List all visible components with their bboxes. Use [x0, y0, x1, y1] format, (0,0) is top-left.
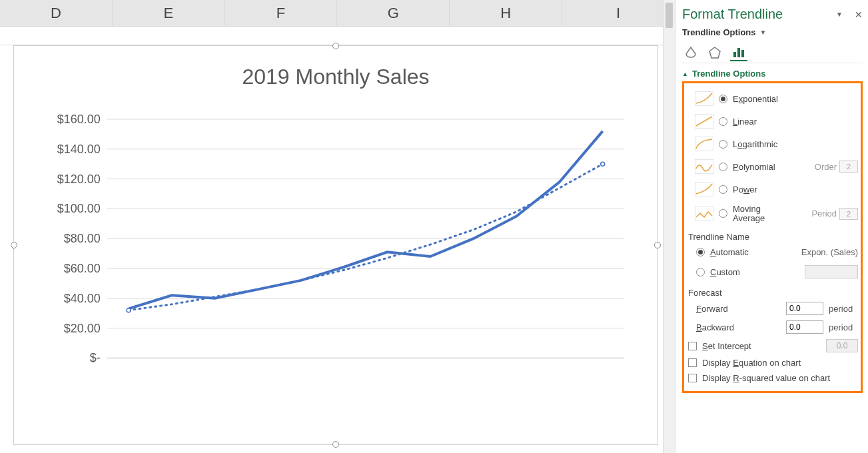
backward-unit: period [829, 322, 858, 332]
svg-text:$120.00: $120.00 [57, 173, 101, 186]
trendline-options-dropdown[interactable]: Trendline Options ▼ [682, 26, 863, 41]
svg-point-20 [601, 162, 605, 166]
trendline-type-moving-average[interactable]: Moving Average Period 2 [695, 201, 858, 226]
label-moving-average: Moving Average [733, 205, 765, 223]
svg-point-19 [127, 308, 131, 312]
label-polynomial: Polynomial [733, 162, 775, 172]
radio-power[interactable] [719, 185, 727, 194]
name-custom-row[interactable]: Custom [687, 261, 858, 282]
svg-text:$-: $- [90, 351, 101, 364]
trendline-type-power[interactable]: Power [695, 178, 858, 201]
radio-linear[interactable] [719, 117, 727, 126]
label-power: Power [733, 185, 757, 195]
checkbox-set-intercept[interactable] [688, 342, 697, 350]
backward-input[interactable] [786, 320, 823, 334]
pane-options-menu-icon[interactable]: ▼ [836, 11, 843, 18]
svg-text:$80.00: $80.00 [64, 232, 101, 245]
resize-handle-w[interactable] [11, 242, 17, 248]
period-label: Period [811, 209, 837, 219]
pane-title: Format Trendline [682, 7, 783, 22]
trendline-exponential[interactable] [129, 164, 603, 310]
label-logarithmic: Logarithmic [733, 139, 777, 149]
label-exponential: Exponential [733, 94, 778, 104]
svg-rect-30 [695, 182, 713, 197]
resize-handle-s[interactable] [332, 441, 339, 448]
column-header-D[interactable]: D [0, 0, 113, 26]
resize-handle-n[interactable] [332, 43, 339, 49]
backward-label: Backward [696, 322, 781, 332]
svg-text:$20.00: $20.00 [64, 322, 101, 335]
trendline-name-heading: Trendline Name [687, 226, 858, 243]
series-sales[interactable] [129, 131, 603, 309]
fill-line-tab-icon[interactable] [682, 44, 699, 61]
effects-tab-icon[interactable] [706, 44, 723, 61]
custom-name-input [805, 265, 858, 278]
svg-text:$60.00: $60.00 [64, 262, 101, 275]
resize-handle-e[interactable] [654, 242, 661, 248]
svg-text:$140.00: $140.00 [57, 143, 101, 156]
trendline-type-exponential[interactable]: Exponential [695, 87, 858, 110]
checkbox-display-equation[interactable] [688, 358, 697, 367]
radio-name-automatic[interactable] [696, 248, 705, 256]
name-automatic-row[interactable]: Automatic Expon. (Sales) [687, 243, 858, 261]
forward-unit: period [829, 304, 858, 314]
chevron-down-icon: ▼ [760, 29, 767, 36]
column-header-E[interactable]: E [113, 0, 225, 26]
chart-plot-area[interactable]: $-$20.00$40.00$60.00$80.00$100.00$120.00… [34, 113, 638, 418]
chart-title[interactable]: 2019 Monthly Sales [14, 46, 657, 96]
trendline-options-section-label: Trendline Options [692, 69, 766, 79]
radio-logarithmic[interactable] [719, 140, 727, 149]
svg-rect-22 [733, 52, 736, 57]
radio-exponential[interactable] [719, 95, 727, 103]
radio-moving-average[interactable] [719, 209, 727, 218]
svg-text:$100.00: $100.00 [57, 202, 101, 215]
column-header-G[interactable]: G [337, 0, 450, 26]
display-equation-row[interactable]: Display Equation on chart [687, 355, 858, 370]
intercept-input [826, 339, 858, 352]
forward-label: Forward [696, 304, 781, 314]
label-name-custom: Custom [710, 267, 740, 277]
options-highlight-box: Exponential Linear Logarithmic Polynomia… [682, 81, 863, 393]
forward-input[interactable] [786, 302, 823, 315]
set-intercept-row[interactable]: Set Intercept [687, 336, 858, 355]
trendline-options-dropdown-label: Trendline Options [682, 27, 756, 37]
svg-rect-28 [695, 137, 713, 151]
radio-polynomial[interactable] [719, 163, 727, 171]
radio-name-custom[interactable] [696, 268, 705, 276]
trendline-options-tab-icon[interactable] [730, 44, 747, 61]
svg-text:$40.00: $40.00 [64, 292, 101, 305]
column-header-I[interactable]: I [562, 0, 675, 26]
label-name-automatic: Automatic [710, 247, 749, 257]
column-header-F[interactable]: F [225, 0, 338, 26]
trendline-type-linear[interactable]: Linear [695, 110, 858, 133]
vertical-scrollbar[interactable] [663, 0, 675, 453]
column-header-H[interactable]: H [450, 0, 562, 26]
label-display-r2: Display R-squared value on chart [702, 373, 830, 383]
label-set-intercept: Set Intercept [702, 341, 751, 351]
format-trendline-pane: Format Trendline ▼ ✕ Trendline Options ▼ [675, 0, 868, 453]
display-r2-row[interactable]: Display R-squared value on chart [687, 370, 858, 386]
trendline-type-logarithmic[interactable]: Logarithmic [695, 133, 858, 155]
order-spinner: 2 [839, 161, 858, 173]
svg-rect-25 [695, 91, 713, 106]
collapse-toggle-icon: ▲ [682, 71, 688, 77]
chart-object[interactable]: 2019 Monthly Sales $-$20.00$40.00$60.00$… [13, 45, 658, 445]
scrollbar-thumb[interactable] [665, 3, 673, 28]
period-spinner: 2 [839, 208, 858, 220]
label-linear: Linear [733, 117, 757, 127]
svg-rect-24 [741, 50, 744, 57]
close-icon[interactable]: ✕ [855, 9, 863, 20]
checkbox-display-r2[interactable] [688, 374, 697, 382]
svg-marker-21 [709, 47, 720, 58]
svg-text:$160.00: $160.00 [57, 113, 101, 126]
order-label: Order [815, 162, 837, 172]
svg-rect-23 [737, 48, 740, 57]
forecast-heading: Forecast [687, 282, 858, 299]
label-display-equation: Display Equation on chart [702, 358, 801, 368]
trendline-options-section-header[interactable]: ▲ Trendline Options [682, 65, 863, 81]
trendline-type-polynomial[interactable]: Polynomial Order 2 [695, 155, 858, 178]
trendline-auto-name: Expon. (Sales) [801, 247, 858, 257]
